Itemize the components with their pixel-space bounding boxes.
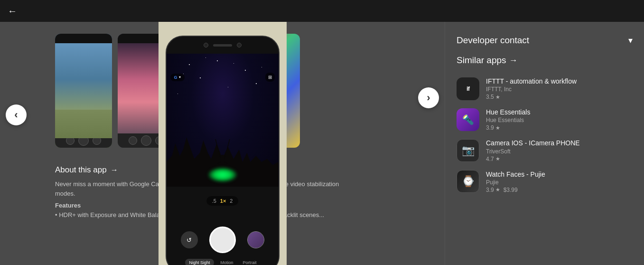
shutter-button[interactable] bbox=[209, 227, 236, 253]
app-item-watch-faces[interactable]: ⌚ Watch Faces - Pujie Pujie 3.9 ★ $3.99 bbox=[457, 166, 633, 197]
svg-line-0 bbox=[215, 139, 222, 163]
next-screenshot-button[interactable]: › bbox=[418, 87, 439, 108]
app-rating-camera-ios: 4.7 ★ bbox=[486, 156, 633, 162]
watch-icon: ⌚ bbox=[462, 175, 475, 188]
about-arrow-icon: → bbox=[111, 166, 118, 174]
app-item-hue[interactable]: 🔦 Hue Essentials Hue Essentials 3.9 ★ bbox=[457, 104, 633, 135]
app-rating-watch-faces: 3.9 ★ $3.99 bbox=[486, 187, 633, 193]
phone-overlay: G ▾ ⊞ .5 1× 2 bbox=[159, 22, 287, 265]
zoom-1x-btn[interactable]: 1× bbox=[220, 198, 226, 204]
app-item-camera-ios[interactable]: 📷 Camera IOS - ICamera PHONE TriverSoft … bbox=[457, 135, 633, 166]
similar-apps-header[interactable]: Similar apps → bbox=[457, 55, 633, 66]
app-info-camera-ios: Camera IOS - ICamera PHONE TriverSoft 4.… bbox=[486, 139, 633, 162]
dropdown-icon: ▾ bbox=[179, 75, 181, 79]
front-sensor bbox=[237, 43, 242, 47]
app-developer-hue: Hue Essentials bbox=[486, 117, 633, 123]
gallery-button[interactable] bbox=[247, 231, 264, 248]
timer-button[interactable]: ↺ bbox=[181, 231, 198, 248]
screenshot-image-1 bbox=[55, 34, 112, 148]
motion-tab[interactable]: Motion bbox=[218, 259, 236, 265]
app-item-ifttt[interactable]: if IFTTT - automation & workflow IFTTT, … bbox=[457, 73, 633, 104]
star-icon-ifttt: ★ bbox=[495, 94, 500, 100]
green-glow-light bbox=[208, 168, 237, 182]
app-developer-camera-ios: TriverSoft bbox=[486, 148, 633, 155]
google-icon-pill: G ▾ bbox=[170, 74, 185, 81]
star-icon-hue: ★ bbox=[495, 125, 500, 131]
app-name-ifttt: IFTTT - automation & workflow bbox=[486, 77, 633, 85]
left-panel: ‹ bbox=[0, 22, 445, 265]
app-rating-ifttt: 3.5 ★ bbox=[486, 94, 633, 100]
app-developer-watch-faces: Pujie bbox=[486, 179, 633, 186]
screenshot-thumb-1[interactable] bbox=[55, 34, 112, 148]
night-sight-tab[interactable]: Night Sight bbox=[185, 259, 214, 265]
phone-top-bar bbox=[167, 37, 279, 54]
back-button[interactable]: ← bbox=[8, 6, 17, 17]
portrait-tab[interactable]: Portrait bbox=[240, 259, 260, 265]
app-name-watch-faces: Watch Faces - Pujie bbox=[486, 170, 633, 179]
timer-icon: ↺ bbox=[187, 237, 192, 244]
shutter-area: ↺ bbox=[167, 227, 279, 253]
svg-point-3 bbox=[220, 155, 225, 160]
chevron-right-icon: › bbox=[427, 92, 430, 104]
developer-contact-chevron-icon: ▾ bbox=[628, 35, 633, 46]
prev-screenshot-button[interactable]: ‹ bbox=[6, 104, 27, 125]
app-icon-ifttt: if bbox=[457, 77, 479, 100]
back-icon: ← bbox=[8, 6, 17, 17]
app-name-camera-ios: Camera IOS - ICamera PHONE bbox=[486, 139, 633, 147]
app-name-hue: Hue Essentials bbox=[486, 108, 633, 116]
grid-icon: ⊞ bbox=[268, 75, 272, 80]
camera-top-icons: G ▾ ⊞ bbox=[170, 73, 275, 82]
app-icon-hue: 🔦 bbox=[457, 108, 479, 131]
google-g-icon: G bbox=[174, 75, 177, 80]
zoom-controls: .5 1× 2 bbox=[206, 196, 239, 206]
app-rating-hue: 3.9 ★ bbox=[486, 124, 633, 131]
star-icon-watch-faces: ★ bbox=[495, 187, 500, 193]
ifttt-logo-text: if bbox=[467, 85, 469, 92]
svg-rect-4 bbox=[221, 160, 224, 163]
star-icon-camera-ios: ★ bbox=[495, 156, 500, 162]
app-icon-watch-faces: ⌚ bbox=[457, 170, 479, 193]
right-panel: Developer contact ▾ Similar apps → if IF… bbox=[445, 22, 644, 265]
about-title-text: About this app bbox=[55, 165, 107, 175]
main-content: ‹ bbox=[0, 22, 644, 265]
mode-tabs: Night Sight Motion Portrait bbox=[167, 259, 279, 265]
similar-apps-arrow-icon: → bbox=[509, 56, 518, 66]
top-bar: ← bbox=[0, 0, 644, 22]
svg-line-1 bbox=[224, 139, 230, 163]
app-icon-camera-ios: 📷 bbox=[457, 139, 479, 162]
phone-screen: G ▾ ⊞ .5 1× 2 bbox=[167, 54, 279, 265]
similar-apps-list: if IFTTT - automation & workflow IFTTT, … bbox=[457, 73, 633, 197]
app-info-watch-faces: Watch Faces - Pujie Pujie 3.9 ★ $3.99 bbox=[486, 170, 633, 193]
hue-torch-icon: 🔦 bbox=[462, 114, 474, 125]
camera-mode-icon: ⊞ bbox=[265, 73, 275, 82]
chevron-left-icon: ‹ bbox=[14, 109, 18, 121]
similar-apps-title: Similar apps bbox=[457, 55, 506, 66]
camera-icon: 📷 bbox=[462, 144, 475, 157]
app-price-watch-faces: $3.99 bbox=[504, 187, 518, 193]
camera-left-controls: G ▾ bbox=[170, 74, 185, 81]
developer-contact-title: Developer contact bbox=[457, 35, 529, 46]
app-info-hue: Hue Essentials Hue Essentials 3.9 ★ bbox=[486, 108, 633, 131]
app-developer-ifttt: IFTTT, Inc bbox=[486, 86, 633, 93]
phone-device: G ▾ ⊞ .5 1× 2 bbox=[166, 36, 280, 265]
app-info-ifttt: IFTTT - automation & workflow IFTTT, Inc… bbox=[486, 77, 633, 100]
zoom-half-btn[interactable]: .5 bbox=[212, 198, 216, 204]
front-camera bbox=[204, 43, 208, 47]
zoom-2x-btn[interactable]: 2 bbox=[230, 198, 233, 204]
developer-contact-header[interactable]: Developer contact ▾ bbox=[457, 29, 633, 55]
